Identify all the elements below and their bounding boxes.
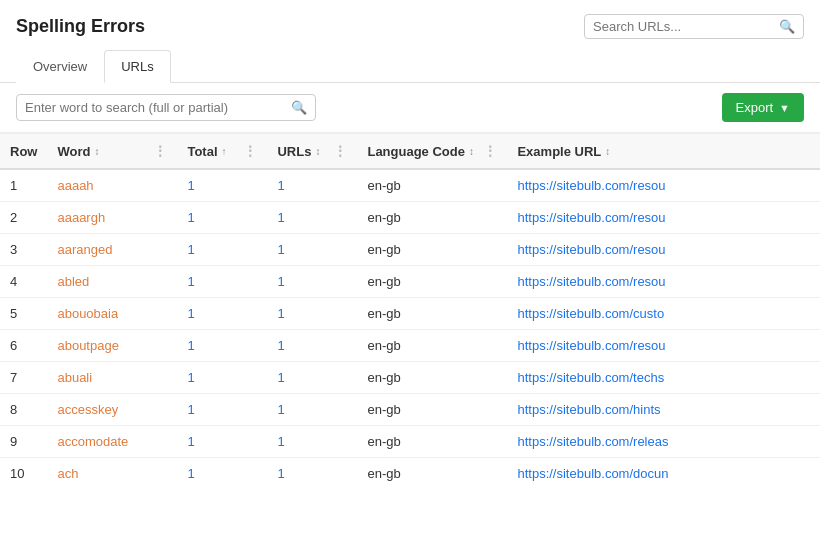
url-search-input[interactable] bbox=[593, 19, 779, 34]
cell-row-number: 4 bbox=[0, 266, 47, 298]
cell-langcode: en-gb bbox=[357, 266, 507, 298]
example-url-link[interactable]: https://sitebulb.com/resou bbox=[517, 210, 665, 225]
cell-langcode: en-gb bbox=[357, 202, 507, 234]
col-header-word[interactable]: Word ↕ ⋮ bbox=[47, 134, 177, 170]
col-header-langcode[interactable]: Language Code ↕ ⋮ bbox=[357, 134, 507, 170]
table-header-row: Row Word ↕ ⋮ Total ↑ ⋮ bbox=[0, 134, 820, 170]
cell-total: 1 bbox=[177, 394, 267, 426]
cell-langcode: en-gb bbox=[357, 330, 507, 362]
cell-total: 1 bbox=[177, 266, 267, 298]
word-sort-icon: ↕ bbox=[94, 146, 99, 157]
cell-row-number: 9 bbox=[0, 426, 47, 458]
cell-exampleurl[interactable]: https://sitebulb.com/hints bbox=[507, 394, 820, 426]
word-search-input[interactable] bbox=[25, 100, 287, 115]
cell-langcode: en-gb bbox=[357, 169, 507, 202]
cell-exampleurl[interactable]: https://sitebulb.com/techs bbox=[507, 362, 820, 394]
cell-exampleurl[interactable]: https://sitebulb.com/resou bbox=[507, 234, 820, 266]
url-count-link[interactable]: 1 bbox=[277, 402, 284, 417]
cell-exampleurl[interactable]: https://sitebulb.com/resou bbox=[507, 266, 820, 298]
cell-row-number: 7 bbox=[0, 362, 47, 394]
example-url-link[interactable]: https://sitebulb.com/techs bbox=[517, 370, 664, 385]
table-row: 10 ach 1 1 en-gb https://sitebulb.com/do… bbox=[0, 458, 820, 489]
url-count-link[interactable]: 1 bbox=[277, 338, 284, 353]
cell-exampleurl[interactable]: https://sitebulb.com/resou bbox=[507, 330, 820, 362]
total-sort-icon: ↑ bbox=[222, 146, 227, 157]
cell-urls[interactable]: 1 bbox=[267, 234, 357, 266]
url-count-link[interactable]: 1 bbox=[277, 434, 284, 449]
url-count-link[interactable]: 1 bbox=[277, 306, 284, 321]
col-header-total[interactable]: Total ↑ ⋮ bbox=[177, 134, 267, 170]
spelling-errors-table: Row Word ↕ ⋮ Total ↑ ⋮ bbox=[0, 133, 820, 488]
cell-urls[interactable]: 1 bbox=[267, 426, 357, 458]
example-url-link[interactable]: https://sitebulb.com/hints bbox=[517, 402, 660, 417]
urls-sort-icon: ↕ bbox=[315, 146, 320, 157]
cell-urls[interactable]: 1 bbox=[267, 202, 357, 234]
example-url-link[interactable]: https://sitebulb.com/resou bbox=[517, 274, 665, 289]
cell-urls[interactable]: 1 bbox=[267, 458, 357, 489]
cell-urls[interactable]: 1 bbox=[267, 169, 357, 202]
cell-langcode: en-gb bbox=[357, 394, 507, 426]
cell-langcode: en-gb bbox=[357, 298, 507, 330]
langcode-col-menu-icon[interactable]: ⋮ bbox=[483, 143, 497, 159]
exampleurl-sort-icon: ↕ bbox=[605, 146, 610, 157]
example-url-link[interactable]: https://sitebulb.com/resou bbox=[517, 242, 665, 257]
cell-exampleurl[interactable]: https://sitebulb.com/docun bbox=[507, 458, 820, 489]
cell-word: aaranged bbox=[47, 234, 177, 266]
cell-exampleurl[interactable]: https://sitebulb.com/resou bbox=[507, 202, 820, 234]
cell-exampleurl[interactable]: https://sitebulb.com/custo bbox=[507, 298, 820, 330]
cell-word: accesskey bbox=[47, 394, 177, 426]
table-row: 4 abled 1 1 en-gb https://sitebulb.com/r… bbox=[0, 266, 820, 298]
cell-word: abuali bbox=[47, 362, 177, 394]
word-search-box[interactable]: 🔍 bbox=[16, 94, 316, 121]
urls-col-menu-icon[interactable]: ⋮ bbox=[333, 143, 347, 159]
export-chevron-icon: ▼ bbox=[779, 102, 790, 114]
cell-exampleurl[interactable]: https://sitebulb.com/releas bbox=[507, 426, 820, 458]
cell-urls[interactable]: 1 bbox=[267, 394, 357, 426]
url-count-link[interactable]: 1 bbox=[277, 178, 284, 193]
cell-urls[interactable]: 1 bbox=[267, 266, 357, 298]
url-search-box[interactable]: 🔍 bbox=[584, 14, 804, 39]
tabs-bar: Overview URLs bbox=[0, 49, 820, 83]
url-search-icon: 🔍 bbox=[779, 19, 795, 34]
example-url-link[interactable]: https://sitebulb.com/resou bbox=[517, 178, 665, 193]
cell-word: accomodate bbox=[47, 426, 177, 458]
cell-word: abled bbox=[47, 266, 177, 298]
cell-row-number: 1 bbox=[0, 169, 47, 202]
col-header-exampleurl[interactable]: Example URL ↕ bbox=[507, 134, 820, 170]
word-col-menu-icon[interactable]: ⋮ bbox=[153, 143, 167, 159]
cell-exampleurl[interactable]: https://sitebulb.com/resou bbox=[507, 169, 820, 202]
example-url-link[interactable]: https://sitebulb.com/releas bbox=[517, 434, 668, 449]
url-count-link[interactable]: 1 bbox=[277, 210, 284, 225]
total-col-menu-icon[interactable]: ⋮ bbox=[243, 143, 257, 159]
url-count-link[interactable]: 1 bbox=[277, 242, 284, 257]
langcode-sort-icon: ↕ bbox=[469, 146, 474, 157]
cell-langcode: en-gb bbox=[357, 234, 507, 266]
url-count-link[interactable]: 1 bbox=[277, 466, 284, 481]
table-row: 5 abouobaia 1 1 en-gb https://sitebulb.c… bbox=[0, 298, 820, 330]
cell-row-number: 2 bbox=[0, 202, 47, 234]
cell-total: 1 bbox=[177, 234, 267, 266]
cell-urls[interactable]: 1 bbox=[267, 298, 357, 330]
example-url-link[interactable]: https://sitebulb.com/custo bbox=[517, 306, 664, 321]
cell-total: 1 bbox=[177, 458, 267, 489]
cell-langcode: en-gb bbox=[357, 362, 507, 394]
example-url-link[interactable]: https://sitebulb.com/resou bbox=[517, 338, 665, 353]
col-header-urls[interactable]: URLs ↕ ⋮ bbox=[267, 134, 357, 170]
example-url-link[interactable]: https://sitebulb.com/docun bbox=[517, 466, 668, 481]
export-label: Export bbox=[736, 100, 774, 115]
cell-total: 1 bbox=[177, 330, 267, 362]
tab-overview[interactable]: Overview bbox=[16, 50, 104, 83]
table-row: 6 aboutpage 1 1 en-gb https://sitebulb.c… bbox=[0, 330, 820, 362]
cell-total: 1 bbox=[177, 426, 267, 458]
cell-total: 1 bbox=[177, 362, 267, 394]
url-count-link[interactable]: 1 bbox=[277, 274, 284, 289]
cell-row-number: 6 bbox=[0, 330, 47, 362]
url-count-link[interactable]: 1 bbox=[277, 370, 284, 385]
tab-urls[interactable]: URLs bbox=[104, 50, 171, 83]
cell-total: 1 bbox=[177, 169, 267, 202]
cell-urls[interactable]: 1 bbox=[267, 362, 357, 394]
cell-total: 1 bbox=[177, 202, 267, 234]
cell-langcode: en-gb bbox=[357, 426, 507, 458]
cell-urls[interactable]: 1 bbox=[267, 330, 357, 362]
export-button[interactable]: Export ▼ bbox=[722, 93, 804, 122]
